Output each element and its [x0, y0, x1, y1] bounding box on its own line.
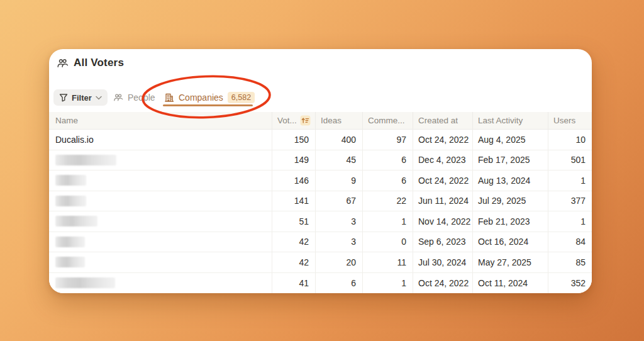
page-title: All Voters [74, 57, 124, 69]
funnel-icon [59, 93, 68, 102]
table-row[interactable]: Ducalis.io 150 400 97 Oct 24, 2022 Aug 4… [49, 130, 592, 150]
cell-created-at: Nov 14, 2022 [413, 211, 473, 232]
people-icon [113, 92, 123, 103]
column-header-last-activity[interactable]: Last Activity [473, 112, 548, 129]
cell-comments: 0 [363, 232, 413, 252]
cell-comments: 22 [363, 191, 413, 211]
cell-name-redacted [49, 252, 272, 272]
cell-last-activity: Jul 29, 2025 [473, 191, 548, 211]
cell-last-activity: May 27, 2025 [473, 252, 548, 272]
cell-name: Ducalis.io [49, 130, 272, 150]
redacted-name-block [55, 237, 85, 247]
cell-users: 352 [548, 273, 592, 294]
building-icon [164, 92, 174, 103]
table-row[interactable]: 146 9 6 Oct 24, 2022 Aug 13, 2024 1 [49, 170, 592, 191]
column-header-name[interactable]: Name [49, 112, 272, 129]
table-row[interactable]: 42 20 11 Jul 30, 2024 May 27, 2025 85 [49, 252, 592, 273]
cell-users: 84 [548, 232, 592, 252]
cell-created-at: Oct 24, 2022 [413, 273, 473, 294]
cell-ideas: 45 [316, 150, 363, 170]
people-group-icon [57, 57, 69, 69]
cell-ideas: 3 [316, 232, 363, 252]
cell-ideas: 400 [316, 130, 363, 150]
cell-comments: 6 [363, 170, 413, 191]
cell-created-at: Jul 30, 2024 [413, 252, 473, 272]
cell-comments: 6 [363, 150, 413, 170]
cell-comments: 97 [363, 130, 413, 150]
cell-last-activity: Oct 11, 2024 [473, 273, 548, 294]
column-header-votes-label: Vot... [277, 116, 297, 125]
column-header-votes[interactable]: Vot... [272, 112, 316, 129]
table-row[interactable]: 149 45 6 Dec 4, 2023 Feb 17, 2025 501 [49, 150, 592, 171]
cell-users: 10 [548, 130, 592, 150]
desktop-background: { "window": { "title": "All Voters" }, "… [0, 0, 644, 341]
table-row[interactable]: 42 3 0 Sep 6, 2023 Oct 16, 2024 84 [49, 232, 592, 253]
redacted-name-block [55, 216, 97, 226]
chevron-down-icon [96, 96, 102, 100]
page-title-row: All Voters [57, 57, 124, 69]
cell-name-redacted [49, 191, 272, 211]
redacted-name-block [55, 196, 86, 206]
cell-last-activity: Feb 21, 2023 [473, 211, 548, 232]
cell-votes: 42 [272, 232, 316, 252]
companies-table: Name Vot... Ideas Comme... Created at La… [49, 112, 592, 293]
column-header-created-at[interactable]: Created at [413, 112, 473, 129]
cell-users: 501 [548, 150, 592, 170]
cell-name-redacted [49, 211, 272, 232]
cell-votes: 150 [272, 130, 316, 150]
cell-comments: 1 [363, 211, 413, 232]
cell-users: 1 [548, 211, 592, 232]
redacted-name-block [55, 175, 86, 186]
cell-votes: 141 [272, 191, 316, 211]
cell-users: 85 [548, 252, 592, 272]
cell-users: 1 [548, 170, 592, 191]
cell-ideas: 67 [316, 191, 363, 211]
cell-comments: 11 [363, 252, 413, 272]
all-voters-panel: All Voters Filter People [49, 49, 592, 293]
sort-ascending-icon[interactable] [300, 115, 311, 126]
cell-created-at: Sep 6, 2023 [413, 232, 473, 252]
column-header-users[interactable]: Users [548, 112, 592, 129]
cell-comments: 1 [363, 273, 413, 294]
cell-votes: 146 [272, 170, 316, 191]
cell-last-activity: Feb 17, 2025 [473, 150, 548, 170]
cell-last-activity: Aug 4, 2025 [473, 130, 548, 150]
cell-created-at: Dec 4, 2023 [413, 150, 473, 170]
cell-ideas: 6 [316, 273, 363, 294]
cell-votes: 149 [272, 150, 316, 170]
cell-created-at: Oct 24, 2022 [413, 130, 473, 150]
cell-name-redacted [49, 170, 272, 191]
cell-created-at: Oct 24, 2022 [413, 170, 473, 191]
cell-users: 377 [548, 191, 592, 211]
cell-ideas: 9 [316, 170, 363, 191]
redacted-name-block [55, 257, 85, 267]
cell-votes: 51 [272, 211, 316, 232]
cell-last-activity: Aug 13, 2024 [473, 170, 548, 191]
column-header-ideas[interactable]: Ideas [316, 112, 363, 129]
cell-votes: 42 [272, 252, 316, 272]
cell-name-redacted [49, 150, 272, 170]
filter-label: Filter [72, 93, 92, 103]
column-header-comments[interactable]: Comme... [363, 112, 413, 129]
table-header: Name Vot... Ideas Comme... Created at La… [49, 112, 592, 130]
redacted-name-block [55, 155, 116, 165]
cell-name-redacted [49, 232, 272, 252]
cell-ideas: 20 [316, 252, 363, 272]
tab-people-label: People [128, 92, 155, 103]
redacted-name-block [55, 277, 115, 288]
table-row[interactable]: 141 67 22 Jun 11, 2024 Jul 29, 2025 377 [49, 191, 592, 212]
tab-companies-label: Companies [179, 92, 223, 103]
filter-button[interactable]: Filter [53, 89, 108, 106]
table-row[interactable]: 51 3 1 Nov 14, 2022 Feb 21, 2023 1 [49, 211, 592, 232]
cell-ideas: 3 [316, 211, 363, 232]
cell-name-redacted [49, 273, 272, 294]
cell-created-at: Jun 11, 2024 [413, 191, 473, 211]
tab-people[interactable]: People [113, 89, 155, 106]
active-tab-underline [163, 104, 253, 106]
cell-votes: 41 [272, 273, 316, 294]
table-row[interactable]: 41 6 1 Oct 24, 2022 Oct 11, 2024 352 [49, 273, 592, 294]
cell-last-activity: Oct 16, 2024 [473, 232, 548, 252]
tab-companies-count-badge: 6,582 [228, 92, 255, 103]
tab-companies[interactable]: Companies 6,582 [164, 89, 255, 106]
